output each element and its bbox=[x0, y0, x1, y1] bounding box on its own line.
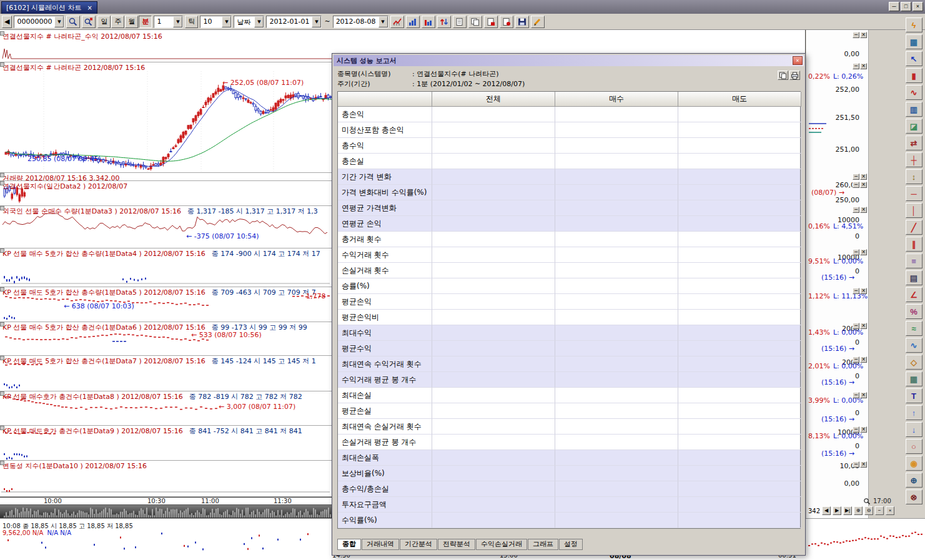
doc-print-button[interactable] bbox=[500, 16, 513, 28]
panel-close-button[interactable]: × bbox=[860, 356, 867, 363]
print-report-button[interactable] bbox=[789, 71, 800, 80]
interval-combo[interactable]: 1 ▼ bbox=[154, 16, 183, 28]
table-row[interactable]: 기간 가격 변화 bbox=[338, 169, 800, 185]
panel-minimize-button[interactable]: − bbox=[853, 249, 859, 255]
chart-window-icon[interactable]: ▦ bbox=[906, 34, 923, 49]
period-button[interactable]: 분 bbox=[139, 16, 152, 28]
period-button[interactable]: 월 bbox=[125, 16, 138, 28]
table-row[interactable]: 손실거래 횟수 bbox=[338, 263, 800, 278]
panel-close-button[interactable]: × bbox=[860, 461, 867, 468]
dialog-tab[interactable]: 기간분석 bbox=[400, 539, 437, 550]
table-row[interactable]: 최대수익 bbox=[338, 325, 800, 341]
table-row[interactable]: 평균손익비 bbox=[338, 310, 800, 325]
signal-chart-button[interactable] bbox=[390, 16, 404, 28]
panel-close-button[interactable]: × bbox=[860, 63, 867, 69]
table-row[interactable]: 가격 변화대비 수익률(%) bbox=[338, 185, 800, 200]
arrow-down-icon[interactable]: ↓ bbox=[906, 422, 923, 437]
chevron-down-icon[interactable]: ▼ bbox=[222, 16, 231, 27]
chevron-down-icon[interactable]: ▼ bbox=[173, 16, 182, 27]
report-doc-button[interactable] bbox=[453, 16, 467, 28]
close-button[interactable]: × bbox=[913, 2, 923, 11]
grid-icon[interactable]: ▦ bbox=[906, 371, 923, 386]
pattern-icon[interactable]: ◇ bbox=[906, 355, 923, 370]
panel-close-button[interactable]: × bbox=[860, 426, 867, 433]
panel-resize-handle[interactable] bbox=[0, 248, 4, 253]
histogram-button[interactable] bbox=[422, 16, 435, 28]
ellipse-icon[interactable]: ○ bbox=[906, 439, 923, 454]
table-row[interactable]: 수익거래 횟수 bbox=[338, 247, 800, 263]
dialog-tab[interactable]: 설정 bbox=[559, 539, 583, 550]
panel-resize-handle[interactable] bbox=[0, 206, 4, 210]
panel-minimize-button[interactable]: − bbox=[853, 288, 859, 294]
tab-close-icon[interactable]: × bbox=[87, 4, 92, 11]
dialog-titlebar[interactable]: 시스템 성능 보고서 bbox=[334, 55, 804, 66]
period-button[interactable]: 주 bbox=[111, 16, 124, 28]
candle-chart-icon[interactable]: ▮ bbox=[906, 68, 923, 83]
symbol-code-combo[interactable]: 00000000 ▼ bbox=[14, 16, 64, 28]
panel-close-button[interactable]: × bbox=[860, 249, 867, 255]
panel-resize-handle[interactable] bbox=[0, 356, 4, 360]
percent-icon[interactable]: % bbox=[906, 304, 923, 319]
scroll-left-button[interactable]: ◀ bbox=[822, 506, 831, 515]
table-row[interactable]: 미청산포함 총손익 bbox=[338, 122, 800, 138]
table-row[interactable]: 수익률(%) bbox=[338, 513, 800, 528]
dialog-tab[interactable]: 그래프 bbox=[528, 539, 558, 550]
dialog-tab[interactable]: 전략분석 bbox=[438, 539, 475, 550]
trend-line-icon[interactable]: ╱ bbox=[906, 220, 923, 235]
panel-resize-handle[interactable] bbox=[0, 391, 4, 396]
panel-minimize-button[interactable]: − bbox=[853, 182, 859, 188]
panel-close-button[interactable]: × bbox=[860, 288, 867, 294]
panel-resize-handle[interactable] bbox=[0, 181, 4, 185]
table-row[interactable]: 총손실 bbox=[338, 154, 800, 169]
table-row[interactable]: 승률(%) bbox=[338, 278, 800, 294]
chart-window-tab[interactable]: [6102] 시뮬레이션 차트 × bbox=[1, 1, 97, 14]
panel-minimize-button[interactable]: − bbox=[853, 63, 859, 69]
pointer-icon[interactable]: ↖ bbox=[906, 51, 923, 66]
date-mode-combo[interactable]: 날짜 ▼ bbox=[234, 16, 264, 28]
doc-export-button[interactable] bbox=[484, 16, 498, 28]
symbol-search-button[interactable] bbox=[66, 16, 80, 28]
panel-resize-handle[interactable] bbox=[0, 322, 4, 327]
chevron-down-icon[interactable]: ▼ bbox=[54, 16, 64, 27]
table-row[interactable]: 최대손실폭 bbox=[338, 450, 800, 466]
table-row[interactable]: 수익거래 평균 봉 개수 bbox=[338, 372, 800, 388]
angle-icon[interactable]: ∠ bbox=[906, 287, 923, 302]
measure-icon[interactable]: ↕ bbox=[906, 169, 923, 184]
zoom-in-icon[interactable]: ⊕ bbox=[906, 473, 923, 488]
chevron-down-icon[interactable]: ▼ bbox=[254, 16, 264, 27]
bar-chart-icon[interactable]: ▥ bbox=[906, 102, 923, 117]
panel-close-button[interactable]: × bbox=[860, 207, 867, 213]
table-row[interactable]: 평균수익 bbox=[338, 341, 800, 356]
panel-close-button[interactable]: × bbox=[860, 323, 867, 329]
crosshair-icon[interactable]: ┼ bbox=[906, 152, 923, 167]
chevron-down-icon[interactable]: ▼ bbox=[312, 16, 321, 27]
table-row[interactable]: 총수익 bbox=[338, 138, 800, 154]
panel-close-button[interactable]: × bbox=[860, 392, 867, 398]
panel-minimize-button[interactable]: − bbox=[875, 506, 884, 515]
copy-doc-button[interactable] bbox=[468, 16, 482, 28]
channel-icon[interactable]: ∥ bbox=[906, 237, 923, 252]
panel-close-button[interactable]: × bbox=[860, 32, 867, 38]
panel-resize-handle[interactable] bbox=[0, 461, 4, 465]
table-row[interactable]: 투자요구금액 bbox=[338, 497, 800, 513]
edit-button[interactable] bbox=[531, 16, 545, 28]
dialog-tab[interactable]: 수익손실거래 bbox=[476, 539, 527, 550]
horizontal-line-icon[interactable]: ─ bbox=[906, 186, 923, 201]
scroll-end-button[interactable]: ▶| bbox=[843, 506, 852, 515]
chevron-down-icon[interactable]: ▼ bbox=[378, 16, 388, 27]
period-button[interactable]: 일 bbox=[97, 16, 111, 28]
table-row[interactable]: 최대손실 bbox=[338, 388, 800, 403]
symbol-search-recent-button[interactable] bbox=[82, 16, 96, 28]
table-row[interactable]: 총거래 횟수 bbox=[338, 232, 800, 247]
table-row[interactable]: 최대연속 수익거래 횟수 bbox=[338, 356, 800, 372]
dialog-close-button[interactable]: × bbox=[793, 56, 803, 65]
date-to-combo[interactable]: 2012-08-08 ▼ bbox=[333, 16, 388, 28]
panel-minimize-button[interactable]: − bbox=[853, 392, 859, 398]
tick-count-combo[interactable]: 10 ▼ bbox=[200, 16, 232, 28]
save-button[interactable] bbox=[515, 16, 529, 28]
line-chart-icon[interactable]: ∿ bbox=[906, 85, 923, 100]
erase-icon[interactable]: ⊗ bbox=[906, 489, 923, 504]
zigzag-icon[interactable]: ≈ bbox=[906, 321, 923, 336]
panel-close-button[interactable]: × bbox=[886, 506, 894, 515]
zoom-out-button[interactable]: ⊖ bbox=[864, 506, 873, 515]
